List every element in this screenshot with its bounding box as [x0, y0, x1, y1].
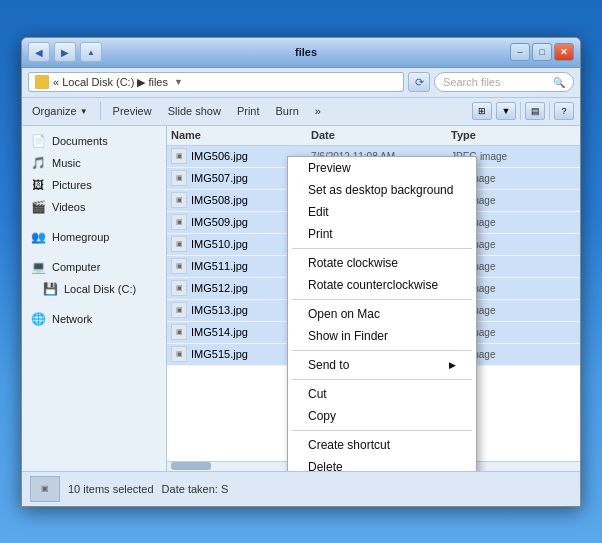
ctx-open-mac[interactable]: Open on Mac [288, 303, 476, 325]
forward-button[interactable]: ▶ [54, 42, 76, 62]
file-thumbnail-icon: ▣ [171, 236, 187, 252]
sidebar-item-label: Homegroup [52, 231, 109, 243]
sidebar-item-label: Music [52, 157, 81, 169]
localdisk-icon: 💾 [42, 281, 58, 297]
up-button[interactable]: ▲ [80, 42, 102, 62]
ctx-copy[interactable]: Copy [288, 405, 476, 427]
ctx-send-to[interactable]: Send to ▶ [288, 354, 476, 376]
col-header-name[interactable]: Name [171, 129, 301, 141]
file-thumbnail-icon: ▣ [171, 170, 187, 186]
minimize-button[interactable]: – [510, 43, 530, 61]
sidebar-item-localdisk[interactable]: 💾 Local Disk (C:) [22, 278, 166, 300]
col-header-date[interactable]: Date [311, 129, 441, 141]
main-content: 📄 Documents 🎵 Music 🖼 Pictures 🎬 Videos … [22, 126, 580, 471]
col-header-type[interactable]: Type [451, 129, 576, 141]
toolbar-separator-3 [549, 102, 550, 120]
sidebar-item-label: Local Disk (C:) [64, 283, 136, 295]
more-button[interactable]: » [311, 103, 325, 119]
ctx-sep-4 [292, 379, 472, 380]
sidebar-spacer-3 [22, 300, 166, 308]
network-icon: 🌐 [30, 311, 46, 327]
slideshow-button[interactable]: Slide show [164, 103, 225, 119]
sidebar-item-videos[interactable]: 🎬 Videos [22, 196, 166, 218]
preview-pane-button[interactable]: ▤ [525, 102, 545, 120]
pictures-icon: 🖼 [30, 177, 46, 193]
maximize-button[interactable]: □ [532, 43, 552, 61]
file-name: IMG506.jpg [191, 150, 301, 162]
organize-arrow: ▼ [80, 107, 88, 116]
computer-icon: 💻 [30, 259, 46, 275]
address-path[interactable]: « Local Disk (C:) ▶ files ▼ [28, 72, 404, 92]
ctx-rotate-ccw[interactable]: Rotate counterclockwise [288, 274, 476, 296]
path-dropdown-arrow[interactable]: ▼ [174, 77, 183, 87]
sidebar-item-documents[interactable]: 📄 Documents [22, 130, 166, 152]
ctx-edit[interactable]: Edit [288, 201, 476, 223]
file-thumbnail-icon: ▣ [171, 346, 187, 362]
ctx-submenu-arrow: ▶ [449, 360, 456, 370]
sidebar-item-label: Videos [52, 201, 85, 213]
sidebar-item-label: Pictures [52, 179, 92, 191]
close-button[interactable]: ✕ [554, 43, 574, 61]
address-bar: « Local Disk (C:) ▶ files ▼ ⟳ Search fil… [22, 68, 580, 98]
ctx-rotate-cw[interactable]: Rotate clockwise [288, 252, 476, 274]
file-name: IMG512.jpg [191, 282, 301, 294]
file-thumbnail-icon: ▣ [171, 280, 187, 296]
sidebar-spacer-2 [22, 248, 166, 256]
ctx-show-finder[interactable]: Show in Finder [288, 325, 476, 347]
ctx-delete[interactable]: Delete [288, 456, 476, 471]
window-title: files [295, 46, 317, 58]
explorer-window: ◀ ▶ ▲ files – □ ✕ « Local Disk (C:) ▶ fi… [21, 37, 581, 507]
toolbar-right: ⊞ ▼ ▤ ? [472, 102, 574, 120]
view-icon-button[interactable]: ⊞ [472, 102, 492, 120]
ctx-set-desktop[interactable]: Set as desktop background [288, 179, 476, 201]
sidebar-item-label: Computer [52, 261, 100, 273]
file-thumbnail-icon: ▣ [171, 302, 187, 318]
date-taken: Date taken: S [162, 483, 229, 495]
sidebar-item-label: Network [52, 313, 92, 325]
refresh-button[interactable]: ⟳ [408, 72, 430, 92]
toolbar-separator-1 [100, 102, 101, 120]
slideshow-label: Slide show [168, 105, 221, 117]
toolbar: Organize ▼ Preview Slide show Print Burn… [22, 98, 580, 126]
print-label: Print [237, 105, 260, 117]
selection-count: 10 items selected [68, 483, 154, 495]
sidebar-item-label: Documents [52, 135, 108, 147]
scrollbar-thumb[interactable] [171, 462, 211, 470]
file-thumbnail-icon: ▣ [171, 148, 187, 164]
homegroup-icon: 👥 [30, 229, 46, 245]
sidebar-item-homegroup[interactable]: 👥 Homegroup [22, 226, 166, 248]
search-placeholder: Search files [443, 76, 500, 88]
more-label: » [315, 105, 321, 117]
ctx-preview[interactable]: Preview [288, 157, 476, 179]
documents-icon: 📄 [30, 133, 46, 149]
file-name: IMG509.jpg [191, 216, 301, 228]
sidebar-item-network[interactable]: 🌐 Network [22, 308, 166, 330]
file-thumbnail-icon: ▣ [171, 214, 187, 230]
title-bar: ◀ ▶ ▲ files – □ ✕ [22, 38, 580, 68]
preview-button[interactable]: Preview [109, 103, 156, 119]
file-name: IMG515.jpg [191, 348, 301, 360]
sidebar-item-computer[interactable]: 💻 Computer [22, 256, 166, 278]
search-box[interactable]: Search files 🔍 [434, 72, 574, 92]
burn-button[interactable]: Burn [272, 103, 303, 119]
ctx-print[interactable]: Print [288, 223, 476, 245]
ctx-create-shortcut[interactable]: Create shortcut [288, 434, 476, 456]
sidebar-item-music[interactable]: 🎵 Music [22, 152, 166, 174]
status-bar: ▣ 10 items selected Date taken: S [22, 471, 580, 506]
file-header: Name Date Type [167, 126, 580, 146]
print-button[interactable]: Print [233, 103, 264, 119]
organize-button[interactable]: Organize ▼ [28, 103, 92, 119]
ctx-cut[interactable]: Cut [288, 383, 476, 405]
sidebar-item-pictures[interactable]: 🖼 Pictures [22, 174, 166, 196]
videos-icon: 🎬 [30, 199, 46, 215]
file-thumbnail-icon: ▣ [171, 324, 187, 340]
search-icon: 🔍 [553, 77, 565, 88]
help-label: ? [561, 106, 566, 116]
ctx-sep-2 [292, 299, 472, 300]
file-name: IMG507.jpg [191, 172, 301, 184]
title-left: ◀ ▶ ▲ [28, 42, 102, 62]
help-button[interactable]: ? [554, 102, 574, 120]
view-dropdown-button[interactable]: ▼ [496, 102, 516, 120]
back-button[interactable]: ◀ [28, 42, 50, 62]
music-icon: 🎵 [30, 155, 46, 171]
